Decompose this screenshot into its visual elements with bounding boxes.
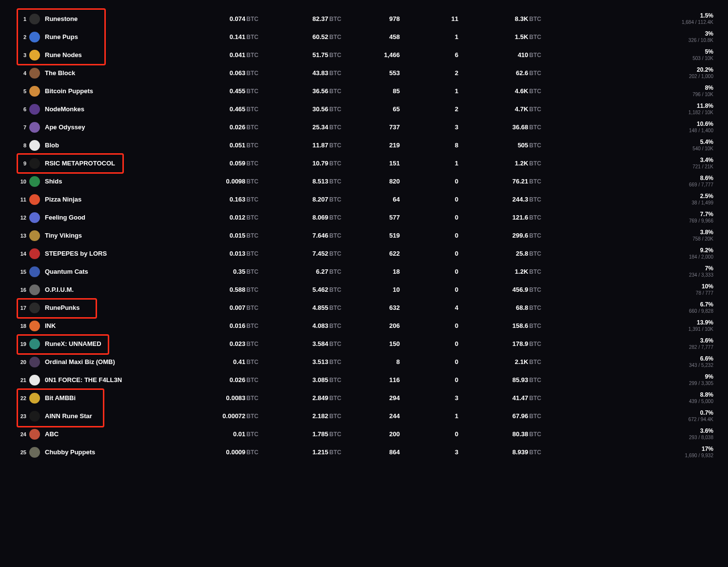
table-row[interactable]: 16 O.P.I.U.M. 0.588BTC 5.462BTC 10 0 456…: [15, 281, 713, 299]
listed-cell: 3.8% 758 / 20K: [541, 229, 713, 242]
table-row[interactable]: 18 INK 0.016BTC 4.083BTC 206 0 158.6BTC …: [15, 317, 713, 335]
pending-cell: 8: [400, 142, 458, 149]
rank-cell: 4: [15, 70, 29, 76]
table-row[interactable]: 24 ABC 0.01BTC 1.785BTC 200 0 80.38BTC 3…: [15, 425, 713, 443]
table-row[interactable]: 11 Pizza Ninjas 0.163BTC 8.207BTC 64 0 2…: [15, 190, 713, 208]
floor-cell: 0.059BTC: [176, 160, 258, 167]
name-cell: 0N1 FORCE: THE F4LL3N: [29, 375, 176, 385]
sales-cell: 219: [341, 142, 400, 149]
marketcap-cell: 67.96BTC: [458, 412, 541, 420]
collection-avatar-icon: [29, 50, 40, 61]
sales-cell: 151: [341, 160, 400, 167]
table-row[interactable]: 9 RSIC METAPROTOCOL 0.059BTC 10.79BTC 15…: [15, 154, 713, 172]
floor-cell: 0.00072BTC: [176, 412, 258, 420]
table-row[interactable]: 5 Bitcoin Puppets 0.455BTC 36.56BTC 85 1…: [15, 82, 713, 100]
rank-cell: 19: [15, 341, 29, 347]
table-row[interactable]: 7 Ape Odyssey 0.026BTC 25.34BTC 737 3 36…: [15, 118, 713, 136]
collection-name: Bitcoin Puppets: [45, 87, 93, 95]
listed-cell: 3.6% 282 / 7,777: [541, 337, 713, 350]
marketcap-cell: 456.9BTC: [458, 286, 541, 293]
listed-cell: 2.5% 38 / 1,499: [541, 193, 713, 205]
marketcap-cell: 25.8BTC: [458, 250, 541, 257]
volume-cell: 8.069BTC: [258, 214, 341, 221]
listed-cell: 5.4% 540 / 10K: [541, 139, 713, 151]
floor-cell: 0.026BTC: [176, 123, 258, 131]
rank-cell: 23: [15, 413, 29, 419]
sales-cell: 622: [341, 250, 400, 257]
listed-cell: 13.9% 1,391 / 10K: [541, 319, 713, 332]
collection-avatar-icon: [29, 194, 40, 205]
collection-name: Tiny Vikings: [45, 232, 82, 239]
collection-name: STEPEPES by LORS: [45, 250, 107, 257]
table-row[interactable]: 10 Shids 0.0098BTC 8.513BTC 820 0 76.21B…: [15, 172, 713, 190]
name-cell: Quantum Cats: [29, 266, 176, 277]
floor-cell: 0.013BTC: [176, 250, 258, 257]
table-row[interactable]: 15 Quantum Cats 0.35BTC 6.27BTC 18 0 1.2…: [15, 263, 713, 281]
listed-cell: 9.2% 184 / 2,000: [541, 247, 713, 260]
collection-avatar-icon: [29, 393, 40, 404]
listed-cell: 8.8% 439 / 5,000: [541, 391, 713, 404]
listed-cell: 5% 503 / 10K: [541, 48, 713, 61]
table-row[interactable]: 6 NodeMonkes 0.465BTC 30.56BTC 65 2 4.7K…: [15, 100, 713, 118]
rank-cell: 18: [15, 323, 29, 329]
collection-name: NodeMonkes: [45, 105, 84, 113]
marketcap-cell: 178.9BTC: [458, 340, 541, 347]
collection-avatar-icon: [29, 266, 40, 277]
volume-cell: 3.513BTC: [258, 358, 341, 365]
pending-cell: 0: [400, 358, 458, 365]
floor-cell: 0.455BTC: [176, 87, 258, 95]
table-row[interactable]: 4 The Block 0.063BTC 43.83BTC 553 2 62.6…: [15, 64, 713, 82]
table-row[interactable]: 25 Chubby Puppets 0.0009BTC 1.215BTC 864…: [15, 443, 713, 461]
table-row[interactable]: 8 Blob 0.051BTC 11.87BTC 219 8 505BTC 5.…: [15, 136, 713, 154]
table-row[interactable]: 1 Runestone 0.074BTC 82.37BTC 978 11 8.3…: [15, 10, 713, 28]
sales-cell: 200: [341, 430, 400, 438]
sales-cell: 294: [341, 394, 400, 402]
name-cell: O.P.I.U.M.: [29, 284, 176, 295]
collection-name: Blob: [45, 142, 59, 149]
rank-cell: 21: [15, 377, 29, 383]
volume-cell: 8.513BTC: [258, 178, 341, 185]
collection-name: Rune Nodes: [45, 51, 82, 59]
volume-cell: 25.34BTC: [258, 123, 341, 131]
table-row[interactable]: 19 RuneX: UNNAMED 0.023BTC 3.584BTC 150 …: [15, 335, 713, 353]
collection-avatar-icon: [29, 447, 40, 458]
listed-cell: 3.6% 293 / 8,038: [541, 427, 713, 440]
listed-cell: 11.8% 1,182 / 10K: [541, 102, 713, 115]
marketcap-cell: 1.5KBTC: [458, 33, 541, 40]
rank-cell: 22: [15, 395, 29, 401]
table-row[interactable]: 23 AINN Rune Star 0.00072BTC 2.182BTC 24…: [15, 407, 713, 425]
floor-cell: 0.141BTC: [176, 33, 258, 40]
collection-name: 0N1 FORCE: THE F4LL3N: [45, 376, 122, 384]
table-row[interactable]: 21 0N1 FORCE: THE F4LL3N 0.026BTC 3.085B…: [15, 371, 713, 389]
marketcap-cell: 41.47BTC: [458, 394, 541, 402]
rank-cell: 10: [15, 179, 29, 184]
volume-cell: 2.849BTC: [258, 394, 341, 402]
volume-cell: 51.75BTC: [258, 51, 341, 59]
name-cell: Blob: [29, 140, 176, 151]
table-row[interactable]: 3 Rune Nodes 0.041BTC 51.75BTC 1,466 6 4…: [15, 46, 713, 64]
table-row[interactable]: 2 Rune Pups 0.141BTC 60.52BTC 458 1 1.5K…: [15, 28, 713, 46]
collection-avatar-icon: [29, 158, 40, 169]
pending-cell: 0: [400, 376, 458, 384]
floor-cell: 0.012BTC: [176, 214, 258, 221]
table-row[interactable]: 14 STEPEPES by LORS 0.013BTC 7.452BTC 62…: [15, 244, 713, 263]
table-row[interactable]: 13 Tiny Vikings 0.015BTC 7.646BTC 519 0 …: [15, 226, 713, 244]
name-cell: ABC: [29, 429, 176, 440]
collection-avatar-icon: [29, 32, 40, 42]
listed-cell: 10.6% 148 / 1,400: [541, 121, 713, 133]
table-row[interactable]: 17 RunePunks 0.007BTC 4.855BTC 632 4 68.…: [15, 299, 713, 317]
pending-cell: 3: [400, 123, 458, 131]
table-row[interactable]: 22 Bit AMBBi 0.0083BTC 2.849BTC 294 3 41…: [15, 389, 713, 407]
collection-avatar-icon: [29, 86, 40, 97]
volume-cell: 1.785BTC: [258, 430, 341, 438]
sales-cell: 85: [341, 87, 400, 95]
table-row[interactable]: 12 Feeling Good 0.012BTC 8.069BTC 577 0 …: [15, 208, 713, 226]
table-row[interactable]: 20 Ordinal Maxi Biz (OMB) 0.41BTC 3.513B…: [15, 353, 713, 371]
rank-cell: 6: [15, 106, 29, 112]
listed-cell: 6.7% 660 / 9,828: [541, 301, 713, 314]
volume-cell: 7.452BTC: [258, 250, 341, 257]
volume-cell: 43.83BTC: [258, 69, 341, 77]
rank-cell: 24: [15, 431, 29, 437]
pending-cell: 0: [400, 250, 458, 257]
rank-cell: 7: [15, 124, 29, 130]
